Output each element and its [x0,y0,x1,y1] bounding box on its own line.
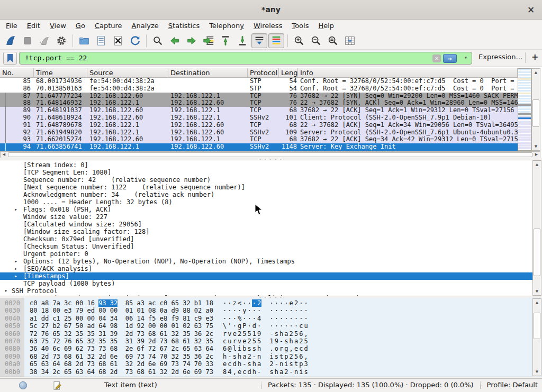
hex-row-0070[interactable]: 007063 75 72 76 65 32 35 35 31 39 2d 73 … [0,338,532,345]
hex-row-0080[interactable]: 008036 40 6c 69 62 73 73 68 2e 6f 72 67 … [0,345,532,352]
scroll-thumb[interactable] [532,99,539,127]
hex-row-0090[interactable]: 009068 2d 73 68 61 32 2d 6e 69 73 74 70 … [0,353,532,360]
start-capture-button[interactable] [3,33,19,48]
hex-row-0020[interactable]: 0020c0 a8 7a 3c 00 16 93 32 85 a3 ac c0 … [0,299,532,307]
packet-row-87[interactable]: 8771.647777234192.168.122.60192.168.122.… [0,93,518,100]
add-filter-button[interactable]: + [531,52,538,62]
menu-go[interactable]: Go [71,21,90,31]
tree-expanded-icon[interactable]: ▾ [4,287,7,295]
column-header-no[interactable]: No. [0,68,34,77]
display-filter-input[interactable]: !tcp.port == 22 ✕ → ▾ [19,52,472,65]
detail-line[interactable]: ▸Flags: 0x018 (PSH, ACK) [0,206,532,213]
column-header-source[interactable]: Source [87,68,168,77]
packet-list-vscrollbar[interactable]: ▲ ▼ [531,68,540,151]
next-packet-button[interactable] [184,33,200,48]
save-file-button[interactable] [93,33,109,48]
colorize-toggle[interactable] [268,33,284,48]
details-vscrollbar[interactable]: ▲ ▼ [532,160,541,296]
capture-comment-icon[interactable] [53,381,62,390]
close-file-button[interactable] [110,33,126,48]
hex-vscrollbar[interactable]: ▲ ▼ [532,298,541,376]
menu-edit[interactable]: Edit [22,21,45,31]
detail-line[interactable]: Urgent pointer: 0 [0,250,532,258]
scroll-down-icon[interactable]: ▼ [533,288,541,295]
detail-line[interactable]: Acknowledgment number: 34 (relative ack … [0,191,532,198]
detail-line[interactable]: [Stream index: 0] [0,161,532,169]
hex-row-0040[interactable]: 0040a1 dd c1 25 00 00 04 34 06 14 f5 e8 … [0,315,532,322]
stop-capture-button[interactable] [20,33,35,48]
menu-help[interactable]: Help [313,21,339,31]
tree-collapsed-icon[interactable]: ▸ [14,206,17,213]
menu-capture[interactable]: Capture [90,21,127,31]
tree-collapsed-icon[interactable]: ▸ [14,265,17,272]
detail-line[interactable]: Checksum: 0x79ed [unverified] [0,235,532,243]
zoom-out-button[interactable] [308,33,324,48]
go-to-bottom-button[interactable] [234,33,250,48]
hex-row-0050[interactable]: 00505c 27 b2 67 50 ad 64 98 1d 92 00 00 … [0,322,532,330]
hex-row-00a0[interactable]: 00a065 63 64 68 2d 73 68 61 32 2d 6e 69 … [0,360,532,368]
hex-row-0060[interactable]: 006072 76 65 32 35 35 31 39 2d 73 68 61 … [0,330,532,338]
auto-scroll-toggle[interactable] [251,33,267,48]
zoom-reset-button[interactable] [325,33,341,48]
go-to-top-button[interactable] [218,33,233,48]
tree-collapsed-icon[interactable]: ▸ [14,258,17,265]
column-header-length[interactable]: Length [279,68,298,77]
column-header-destination[interactable]: Destination [168,68,248,77]
filter-bookmark-button[interactable] [3,52,17,65]
filter-history-caret-icon[interactable]: ▾ [464,54,467,60]
detail-line[interactable]: Window size value: 227 [0,213,532,221]
packet-row-92[interactable]: 9271.661949820192.168.122.1192.168.122.6… [0,129,518,136]
detail-line[interactable]: TCP payload (1080 bytes) [0,280,532,287]
detail-line[interactable]: ▸[Timestamps] [0,272,532,280]
scroll-up-icon[interactable]: ▲ [533,299,541,306]
expert-info-icon[interactable] [19,381,27,389]
scroll-right-icon[interactable]: ▶ [533,152,540,158]
capture-options-button[interactable] [53,33,69,48]
hex-row-0030[interactable]: 003080 18 00 e3 79 ed 00 00 01 01 08 0a … [0,307,532,314]
menu-view[interactable]: View [45,21,71,31]
apply-filter-icon[interactable]: → [443,54,457,63]
menu-telephony[interactable]: Telephony [204,21,249,31]
column-header-time[interactable]: Time [34,68,87,77]
zoom-in-button[interactable] [291,33,307,48]
detail-line[interactable]: ▸Options: (12 bytes), No-Operation (NOP)… [0,258,532,265]
scroll-down-icon[interactable]: ▼ [533,368,541,376]
menu-file[interactable]: File [1,21,22,31]
scroll-down-icon[interactable]: ▼ [532,143,540,150]
packet-row-85[interactable]: 8568.001734936fe:54:00:d4:38:2aSTP54Conf… [0,78,518,85]
detail-line[interactable]: [TCP Segment Len: 1080] [0,169,532,176]
reload-button[interactable] [127,33,143,48]
scroll-thumb[interactable] [534,313,540,339]
packet-row-89[interactable]: 8971.648191037192.168.122.60192.168.122.… [0,107,518,114]
expression-button[interactable]: Expression… [478,53,523,61]
detail-line[interactable]: ▾SSH Protocol [0,287,532,295]
scroll-thumb[interactable] [534,229,540,276]
menu-statistics[interactable]: Statistics [164,21,204,31]
status-profile[interactable]: Profile: Default [487,381,538,389]
menu-wireless[interactable]: Wireless [249,21,287,31]
menu-tools[interactable]: Tools [287,21,313,31]
scroll-thumb[interactable] [8,152,532,157]
packet-minimap-scrollbar[interactable] [518,68,531,151]
packet-row-90[interactable]: 9071.648618924192.168.122.60192.168.122.… [0,114,518,122]
restart-capture-button[interactable] [37,33,52,48]
menu-analyze[interactable]: Analyze [127,21,164,31]
detail-line[interactable]: [Calculated window size: 29056] [0,221,532,228]
detail-line[interactable]: 1000 .... = Header Length: 32 bytes (8) [0,198,532,206]
packet-row-91[interactable]: 9171.648789678192.168.122.1192.168.122.6… [0,122,518,129]
column-header-protocol[interactable]: Protocol [248,68,279,77]
detail-line[interactable]: [Checksum Status: Unverified] [0,243,532,250]
scroll-left-icon[interactable]: ◀ [1,152,7,158]
hex-row-00b0[interactable]: 00b038 34 2c 65 63 64 68 2d 73 68 61 32 … [0,368,532,376]
resize-columns-button[interactable] [342,33,358,48]
packet-row-93[interactable]: 9371.662015274192.168.122.60192.168.122.… [0,136,518,143]
find-packet-button[interactable] [150,33,166,48]
packet-row-94[interactable]: 9471.663856741192.168.122.1192.168.122.6… [0,143,518,151]
scroll-up-icon[interactable]: ▲ [533,161,541,168]
packet-row-86[interactable]: 8670.013850163fe:54:00:d4:38:2aSTP54Conf… [0,85,518,93]
packet-row-88[interactable]: 8871.648146932192.168.122.1192.168.122.6… [0,99,518,107]
detail-line[interactable]: [Next sequence number: 1122 (relative se… [0,184,532,191]
detail-line[interactable]: Sequence number: 42 (relative sequence n… [0,176,532,184]
close-window-button[interactable]: × [525,4,537,16]
open-file-button[interactable] [76,33,92,48]
